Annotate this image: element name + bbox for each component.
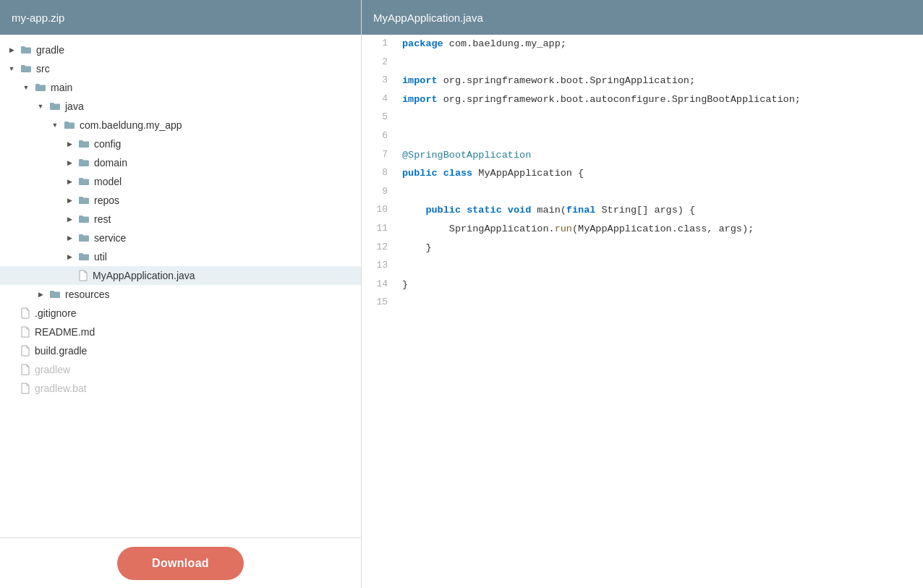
item-label: src — [36, 63, 50, 74]
item-label: domain — [94, 157, 127, 169]
folder-icon — [78, 195, 90, 206]
line-number: 2 — [362, 54, 396, 72]
line-content — [396, 54, 923, 72]
code-table: 1package com.baeldung.my_app;2 3import o… — [362, 35, 923, 312]
line-content: } — [396, 239, 923, 257]
file-icon — [20, 326, 30, 338]
line-number: 7 — [362, 146, 396, 165]
tree-item--gitignore[interactable]: .gitignore — [0, 304, 361, 323]
line-number: 13 — [362, 257, 396, 276]
file-icon — [78, 270, 88, 281]
item-label: rest — [94, 213, 111, 225]
line-number: 3 — [362, 72, 396, 90]
code-line: 7@SpringBootApplication — [362, 146, 923, 165]
tree-item-resources[interactable]: resources — [0, 285, 361, 304]
item-label: gradle — [36, 44, 64, 56]
line-content: public class MyAppApplication { — [396, 164, 923, 183]
chevron-icon — [64, 176, 75, 187]
tree-item-domain[interactable]: domain — [0, 153, 361, 172]
tree-item-config[interactable]: config — [0, 135, 361, 153]
code-line: 12 } — [362, 239, 923, 257]
folder-icon — [78, 251, 90, 263]
left-panel-title: my-app.zip — [12, 12, 64, 24]
tree-item-java[interactable]: java — [0, 97, 361, 116]
code-line: 4import org.springframework.boot.autocon… — [362, 90, 923, 109]
item-label: com.baeldung.my_app — [80, 119, 182, 131]
code-line: 10 public static void main(final String[… — [362, 201, 923, 220]
item-label: gradlew — [35, 364, 70, 375]
left-header: my-app.zip — [0, 0, 361, 35]
tree-item-README-md[interactable]: README.md — [0, 323, 361, 341]
code-line: 13 — [362, 257, 923, 276]
code-line: 6 — [362, 127, 923, 146]
tree-item-gradlew-bat[interactable]: gradlew.bat — [0, 379, 361, 398]
chevron-icon — [64, 251, 75, 263]
right-panel: MyAppApplication.java 1package com.baeld… — [362, 0, 923, 588]
tree-item-gradlew[interactable]: gradlew — [0, 360, 361, 379]
code-line: 8public class MyAppApplication { — [362, 164, 923, 183]
item-label: resources — [65, 289, 109, 300]
tree-container[interactable]: gradle src main java com.baeldung.my_app… — [0, 35, 361, 537]
download-button[interactable]: Download — [117, 547, 244, 580]
tree-item-MyAppApplication-java[interactable]: MyAppApplication.java — [0, 266, 361, 285]
line-content — [396, 127, 923, 146]
line-content: SpringApplication.run(MyAppApplication.c… — [396, 220, 923, 239]
left-panel: my-app.zip gradle src main java com.bael… — [0, 0, 362, 588]
folder-icon — [64, 119, 75, 131]
line-number: 1 — [362, 35, 396, 54]
item-label: java — [65, 101, 84, 112]
tree-item-com-baeldung-my-app[interactable]: com.baeldung.my_app — [0, 116, 361, 135]
right-header: MyAppApplication.java — [362, 0, 923, 35]
chevron-icon — [64, 138, 75, 150]
folder-icon — [78, 138, 90, 150]
line-number: 4 — [362, 90, 396, 109]
chevron-icon — [49, 119, 61, 131]
tree-item-main[interactable]: main — [0, 78, 361, 97]
code-line: 11 SpringApplication.run(MyAppApplicatio… — [362, 220, 923, 239]
line-content: import org.springframework.boot.SpringAp… — [396, 72, 923, 90]
tree-item-build-gradle[interactable]: build.gradle — [0, 341, 361, 360]
main-container: my-app.zip gradle src main java com.bael… — [0, 0, 923, 588]
chevron-icon — [35, 289, 46, 300]
chevron-icon — [20, 82, 32, 93]
line-number: 14 — [362, 276, 396, 294]
item-label: model — [94, 176, 122, 187]
tree-item-repos[interactable]: repos — [0, 191, 361, 210]
line-content: @SpringBootApplication — [396, 146, 923, 165]
line-number: 10 — [362, 201, 396, 220]
code-line: 3import org.springframework.boot.SpringA… — [362, 72, 923, 90]
folder-icon — [78, 157, 90, 169]
tree-item-model[interactable]: model — [0, 172, 361, 191]
tree-item-service[interactable]: service — [0, 229, 361, 247]
file-icon — [20, 307, 30, 319]
code-container[interactable]: 1package com.baeldung.my_app;2 3import o… — [362, 35, 923, 588]
file-icon — [20, 364, 30, 375]
line-number: 12 — [362, 239, 396, 257]
tree-item-rest[interactable]: rest — [0, 210, 361, 229]
tree-item-src[interactable]: src — [0, 59, 361, 78]
item-label: README.md — [35, 326, 95, 338]
folder-icon — [20, 44, 32, 56]
folder-icon — [49, 289, 61, 300]
tree-item-gradle[interactable]: gradle — [0, 41, 361, 59]
line-content — [396, 294, 923, 312]
tree-item-util[interactable]: util — [0, 247, 361, 266]
item-label: config — [94, 138, 121, 150]
folder-icon — [20, 63, 32, 74]
chevron-icon — [64, 213, 75, 225]
folder-icon — [78, 176, 90, 187]
item-label: build.gradle — [35, 345, 87, 357]
line-content — [396, 257, 923, 276]
file-icon — [20, 383, 30, 394]
line-number: 11 — [362, 220, 396, 239]
folder-icon — [35, 82, 46, 93]
code-line: 15 — [362, 294, 923, 312]
code-line: 1package com.baeldung.my_app; — [362, 35, 923, 54]
chevron-icon — [6, 63, 17, 74]
chevron-icon — [64, 157, 75, 169]
item-label: .gitignore — [35, 307, 77, 319]
chevron-icon — [35, 101, 46, 112]
item-label: repos — [94, 195, 119, 206]
code-line: 5 — [362, 108, 923, 127]
line-number: 5 — [362, 108, 396, 127]
